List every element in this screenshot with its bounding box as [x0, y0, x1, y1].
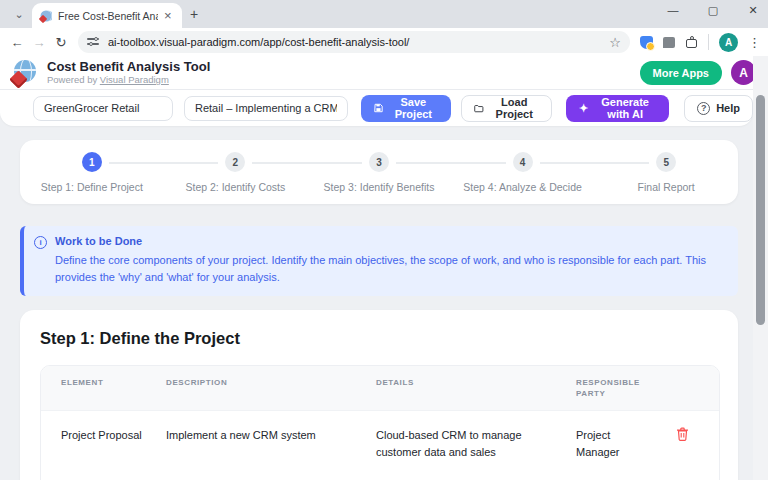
table-header-row: Element Description Details Responsible …: [41, 366, 719, 410]
folder-icon: [474, 103, 484, 114]
forward-icon[interactable]: →: [28, 36, 50, 49]
back-icon[interactable]: ←: [6, 36, 28, 49]
work-to-be-done-callout: i Work to be Done Define the core compon…: [20, 226, 738, 296]
step-label: Final Report: [638, 181, 695, 193]
window-close-button[interactable]: ✕: [746, 4, 760, 17]
stepper-step-2[interactable]: 2 Step 2: Identify Costs: [164, 152, 308, 204]
generate-button-label: Generate with AI: [594, 96, 656, 120]
column-header: [676, 377, 719, 399]
info-icon: i: [34, 236, 47, 249]
stepper-step-3[interactable]: 3 Step 3: Identify Benefits: [307, 152, 451, 204]
browser-menu-icon[interactable]: ⋮: [748, 36, 761, 49]
callout-body: Define the core components of your proje…: [55, 252, 724, 285]
app-header: Cost Benefit Analysis Tool Powered by Vi…: [0, 56, 768, 90]
step-label: Step 3: Identify Benefits: [324, 181, 435, 193]
tab-search-button[interactable]: ⌄: [8, 6, 30, 23]
step-number: 2: [225, 152, 245, 172]
visual-paradigm-link[interactable]: Visual Paradigm: [100, 74, 169, 85]
column-header: Description: [166, 377, 376, 399]
project-description-input[interactable]: [184, 96, 348, 121]
trash-icon: [676, 427, 689, 441]
chevron-down-icon: ⌄: [14, 9, 23, 20]
step-number: 1: [82, 152, 102, 172]
cell-responsible[interactable]: Project Manager: [576, 427, 676, 460]
window-minimize-button[interactable]: —: [666, 4, 680, 17]
save-project-button[interactable]: Save Project: [361, 95, 451, 122]
browser-toolbar: ← → ↻ ai-toolbox.visual-paradigm.com/app…: [0, 28, 768, 56]
column-header: Responsible Party: [576, 377, 676, 399]
stepper-step-4[interactable]: 4 Step 4: Analyze & Decide: [451, 152, 595, 204]
section-title: Step 1: Define the Project: [40, 329, 720, 348]
progress-stepper: 1 Step 1: Define Project 2 Step 2: Ident…: [20, 140, 738, 204]
url-text[interactable]: ai-toolbox.visual-paradigm.com/app/cost-…: [108, 36, 602, 48]
scrollbar-thumb[interactable]: [756, 95, 765, 325]
new-tab-button[interactable]: +: [190, 7, 198, 21]
project-name-input[interactable]: [33, 96, 173, 121]
browser-tabstrip: ⌄ Free Cost-Benefit Analysis Edito × + —…: [0, 0, 768, 28]
divider: [708, 34, 709, 50]
project-elements-table: Element Description Details Responsible …: [40, 365, 720, 480]
stepper-step-1[interactable]: 1 Step 1: Define Project: [20, 152, 164, 204]
extension-icon[interactable]: [663, 37, 675, 48]
powered-by-prefix: Powered by: [47, 74, 100, 85]
step-number: 3: [369, 152, 389, 172]
page-scrollbar[interactable]: [753, 56, 768, 480]
cell-description[interactable]: Implement a new CRM system: [166, 427, 376, 460]
help-icon: ?: [697, 102, 710, 115]
tab-favicon-icon: [39, 9, 52, 22]
cell-details[interactable]: Cloud-based CRM to manage customer data …: [376, 427, 576, 460]
callout-title: Work to be Done: [55, 235, 724, 247]
help-button[interactable]: ? Help: [684, 95, 753, 122]
page-content: Save Project Load Project ✦ Generate wit…: [0, 90, 753, 480]
browser-tab[interactable]: Free Cost-Benefit Analysis Edito ×: [32, 3, 182, 28]
window-maximize-button[interactable]: ▢: [706, 4, 720, 17]
load-button-label: Load Project: [490, 96, 539, 120]
extensions-puzzle-icon[interactable]: [685, 36, 698, 49]
step-label: Step 1: Define Project: [41, 181, 143, 193]
delete-row-button[interactable]: [676, 427, 689, 441]
save-button-label: Save Project: [389, 96, 438, 120]
app-title: Cost Benefit Analysis Tool: [47, 59, 210, 74]
column-header: Element: [61, 377, 166, 399]
tab-close-icon[interactable]: ×: [164, 9, 172, 22]
tab-title: Free Cost-Benefit Analysis Edito: [58, 10, 158, 22]
table-row: Project Proposal Implement a new CRM sys…: [41, 410, 719, 480]
extension-icon[interactable]: [640, 36, 653, 49]
sparkle-icon: ✦: [579, 103, 588, 114]
help-button-label: Help: [716, 102, 740, 114]
powered-by: Powered by Visual Paradigm: [47, 74, 210, 86]
more-apps-button[interactable]: More Apps: [640, 61, 722, 85]
generate-with-ai-button[interactable]: ✦ Generate with AI: [566, 95, 669, 122]
site-settings-icon[interactable]: [87, 36, 101, 48]
column-header: Details: [376, 377, 576, 399]
stepper-step-5[interactable]: 5 Final Report: [594, 152, 738, 204]
step-number: 5: [656, 152, 676, 172]
visual-paradigm-logo-icon: [12, 60, 38, 86]
save-icon: [374, 102, 383, 114]
reload-icon[interactable]: ↻: [50, 36, 72, 49]
address-bar[interactable]: ai-toolbox.visual-paradigm.com/app/cost-…: [78, 31, 630, 53]
browser-profile-avatar[interactable]: A: [719, 33, 738, 52]
bookmark-star-icon[interactable]: ☆: [609, 36, 621, 49]
step-label: Step 4: Analyze & Decide: [463, 181, 582, 193]
step1-section: Step 1: Define the Project Element Descr…: [20, 310, 738, 480]
cell-element[interactable]: Project Proposal: [61, 427, 166, 460]
project-toolbar: Save Project Load Project ✦ Generate wit…: [0, 90, 753, 126]
step-label: Step 2: Identify Costs: [185, 181, 285, 193]
step-number: 4: [513, 152, 533, 172]
load-project-button[interactable]: Load Project: [461, 95, 552, 122]
